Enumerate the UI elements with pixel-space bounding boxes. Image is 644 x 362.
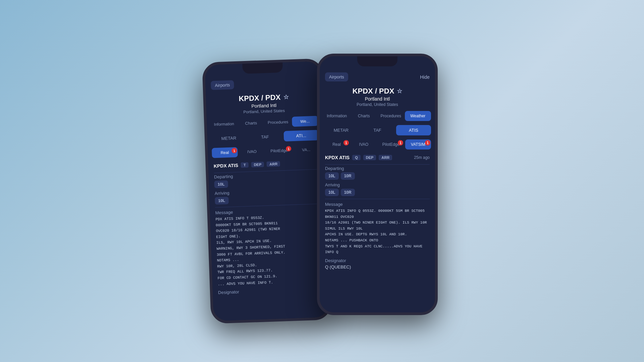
phone-2-dep-rwy-10l: 10L [325, 172, 339, 180]
phone-2-message-title: Message [325, 202, 430, 207]
phone-2-source-real[interactable]: Real 1 [324, 139, 350, 149]
phone-1-source-va[interactable]: VA... [293, 144, 319, 155]
phone-2-source-nav: Real 1 IVAO PilotEdge 1 VATSIM 1 [320, 138, 435, 152]
phone-2-tag-arr: ARR [379, 155, 392, 160]
phone-2-designator-title: Designator [325, 258, 430, 263]
phone-2-divider-2 [325, 199, 430, 199]
phone-1-designator-title: Designator [218, 286, 323, 295]
phone-1-dep-rwy-10l: 10L [214, 180, 228, 188]
phone-2-departing-tags: 10L 10R [325, 172, 430, 180]
phone-1-pilotedge-badge: 1 [286, 146, 291, 152]
phone-2-arriving-title: Arriving [325, 182, 430, 187]
phone-1-subtab-taf[interactable]: TAF [248, 131, 283, 143]
phone-2-sub-tab-nav: METAR TAF ATIS [320, 124, 435, 138]
phone-2-content-area: KPDX ATIS Q DEP ARR 25m ago Departing 10… [320, 152, 435, 312]
phone-1-tab-information[interactable]: Information [211, 119, 237, 130]
phone-1-real-badge: 1 [231, 148, 237, 154]
phone-2-vatsim-badge: 1 [425, 140, 430, 145]
phone-1-departing-section: Departing 10L [214, 171, 319, 188]
phone-1-airport-title: KPDX / PDX ☆ Portland Intl Portland, Uni… [206, 89, 322, 117]
phone-1-subtab-atis[interactable]: ATI... [283, 130, 319, 142]
phone-1-message-text: PDX ATIS INFO T 0553Z. 00000KT 5SM BR SC… [215, 213, 322, 288]
phone-2-subtab-metar[interactable]: METAR [324, 125, 359, 135]
phone-2-airport-location: Portland, United States [325, 102, 430, 107]
phone-2-atis-header: KPDX ATIS Q DEP ARR 25m ago [325, 152, 430, 163]
phone-2-content: Airports Hide KPDX / PDX ☆ Portland Intl… [320, 70, 435, 312]
phone-1-content: Airports KPDX / PDX ☆ Portland Intl Port… [205, 74, 329, 321]
phone-2-favorite-icon[interactable]: ☆ [397, 87, 402, 95]
phone-2: Airports Hide KPDX / PDX ☆ Portland Intl… [317, 54, 438, 315]
phone-1-designator-section: Designator [218, 286, 323, 295]
phone-2-notch [320, 56, 435, 70]
phone-2-subtab-taf[interactable]: TAF [360, 125, 395, 135]
phone-2-subtab-atis[interactable]: ATIS [396, 125, 431, 135]
phone-1-tag-dep: DEP [251, 162, 264, 167]
phone-1-subtab-metar[interactable]: METAR [211, 132, 247, 144]
phone-2-tab-charts[interactable]: Charts [351, 111, 377, 121]
phone-2-airports-button[interactable]: Airports [325, 72, 348, 81]
phone-1-screen: Airports KPDX / PDX ☆ Portland Intl Port… [205, 61, 329, 321]
phone-2-divider-1 [325, 164, 430, 165]
phone-2-message-text: KPDX ATIS INFO Q 0553Z. 00000KT 5SM BR S… [325, 208, 430, 255]
phone-1-favorite-icon[interactable]: ☆ [283, 94, 289, 101]
phone-1-arriving-section: Arriving 10L [215, 187, 320, 205]
phone-2-designator-section: Designator Q (QUEBEC) [325, 258, 430, 269]
phone-1-source-real[interactable]: Real 1 [212, 147, 238, 158]
phone-1-tab-charts[interactable]: Charts [238, 118, 264, 129]
phone-2-tab-information[interactable]: Information [324, 111, 350, 121]
phone-2-atis-time: 25m ago [414, 155, 430, 160]
phone-2-source-pilotedge[interactable]: PilotEdge 1 [378, 139, 404, 149]
phone-1-tag-arr: ARR [267, 161, 280, 167]
phone-2-header: Airports Hide [320, 70, 435, 84]
phone-1: Airports KPDX / PDX ☆ Portland Intl Port… [202, 58, 332, 324]
phone-2-arriving-section: Arriving 10L 10R [325, 182, 430, 196]
phone-2-tab-weather[interactable]: Weather [405, 111, 431, 121]
phone-1-tag-t: T [241, 162, 249, 168]
phone-1-content-area: KPDX ATIS T DEP ARR Departing 10L [208, 157, 329, 321]
phone-2-source-ivao[interactable]: IVAO [351, 139, 377, 149]
phone-1-source-pilotedge[interactable]: PilotEdge 1 [266, 145, 292, 156]
phone-1-arr-rwy-10l: 10L [215, 197, 228, 204]
phone-2-tab-nav: Information Charts Procedures Weather [320, 108, 435, 124]
phone-2-real-badge: 1 [343, 140, 349, 145]
phone-2-hide-button[interactable]: Hide [420, 74, 430, 80]
phones-container: Airports KPDX / PDX ☆ Portland Intl Port… [206, 54, 438, 315]
phone-2-tag-q: Q [352, 155, 361, 160]
phone-2-dep-rwy-10r: 10R [341, 172, 355, 180]
phone-2-designator-value: Q (QUEBEC) [325, 264, 430, 269]
phone-2-screen: Airports Hide KPDX / PDX ☆ Portland Intl… [320, 56, 435, 312]
phone-2-airport-code: KPDX / PDX ☆ [325, 87, 430, 96]
phone-2-arriving-tags: 10L 10R [325, 189, 430, 196]
phone-2-airport-name: Portland Intl [325, 96, 430, 102]
phone-2-departing-section: Departing 10L 10R [325, 166, 430, 180]
phone-2-tab-procedures[interactable]: Procedures [378, 111, 404, 121]
phone-1-airports-button[interactable]: Airports [211, 80, 234, 90]
phone-1-tab-procedures[interactable]: Procedures [265, 117, 291, 128]
phone-2-message-section: Message KPDX ATIS INFO Q 0553Z. 00000KT … [325, 202, 430, 255]
phone-2-departing-title: Departing [325, 166, 430, 171]
phone-2-arr-rwy-10r: 10R [341, 189, 355, 196]
phone-2-arr-rwy-10l: 10L [325, 189, 339, 196]
phone-1-source-ivao[interactable]: IVAO [239, 146, 265, 157]
phone-2-airport-title: KPDX / PDX ☆ Portland Intl Portland, Uni… [320, 84, 435, 108]
phone-1-atis-label: KPDX ATIS [214, 163, 238, 169]
phone-1-message-section: Message PDX ATIS INFO T 0553Z. 00000KT 5… [215, 207, 323, 288]
phone-2-source-vatsim[interactable]: VATSIM 1 [405, 139, 431, 149]
phone-2-tag-dep: DEP [363, 155, 376, 160]
phone-2-atis-label: KPDX ATIS [325, 155, 350, 160]
phone-2-pilotedge-badge: 1 [398, 140, 403, 145]
phone-1-tab-weather[interactable]: We... [292, 116, 318, 127]
